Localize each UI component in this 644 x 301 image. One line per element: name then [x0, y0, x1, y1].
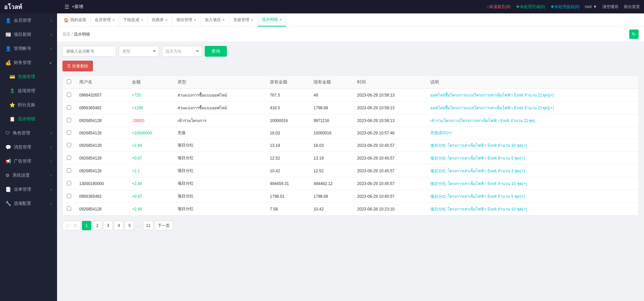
table-row: 0926854128 +10000000 充值 16.03 10000016 2… — [63, 127, 638, 139]
user-info[interactable]: root ▼ — [585, 4, 597, 9]
unread-msg[interactable]: □未读留言(0) — [487, 4, 510, 10]
sidebar-item-project-news[interactable]: 📰 项目新闻 ‹ — [0, 27, 57, 42]
breadcrumb-home[interactable]: 首页 — [62, 32, 70, 37]
breadcrumb: 首页 / 流水明细 — [62, 32, 90, 37]
row-checkbox-0[interactable] — [67, 93, 71, 97]
cell-desc-8: 项目分红-โครงการเสาเข็มไฟฟ้า Evolt จำนวน 5 ช… — [426, 190, 638, 203]
tab-coupon-close[interactable]: ✕ — [165, 18, 168, 22]
row-checkbox-8[interactable] — [67, 194, 71, 198]
tab-recharge-mgmt[interactable]: 充值管理 ✕ — [229, 13, 258, 26]
direction-select[interactable]: 流水方向 — [162, 46, 202, 57]
cell-time-1: 2023-06-29 10:58:13 — [353, 102, 426, 114]
topbar-right: □未读留言(0) ◈未处理完成(0) ◈未处理提款(0) root ▼ 清空缓存… — [487, 4, 640, 10]
cell-username-3: 0926854128 — [75, 127, 128, 139]
cell-type-1: ส่วนแบ่งการซื้อแบบออฟไลน์ — [174, 102, 266, 114]
page-btn-11[interactable]: 11 — [143, 221, 153, 230]
cell-time-8: 2023-06-29 10:45:57 — [353, 190, 426, 203]
cell-current-0: 48 — [309, 89, 353, 102]
sidebar-item-points[interactable]: ⭐ 积分兑换 — [0, 98, 57, 112]
row-checkbox-3[interactable] — [67, 130, 71, 135]
batch-delete-button[interactable]: ☰ 批量删除 — [62, 61, 93, 71]
cell-original-0: 767.5 — [266, 89, 309, 102]
sidebar-item-role-mgmt[interactable]: 🛡 角色管理 ‹ — [0, 126, 57, 140]
row-checkbox-7[interactable] — [67, 181, 71, 185]
sidebar-item-order-mgmt[interactable]: 📑 业单管理 ‹ — [0, 182, 57, 196]
sidebar-item-member-mgmt[interactable]: 👤 会员管理 ‹ — [0, 13, 57, 27]
type-select[interactable]: 类型 — [119, 46, 159, 57]
frontend-btn[interactable]: 前台首页 — [624, 4, 640, 10]
sidebar-arrow-member: ‹ — [51, 19, 52, 22]
sidebar-label-msg: 消息管理 — [14, 144, 31, 150]
page-btn-1[interactable]: 1 — [82, 221, 91, 230]
add-button[interactable]: +新增 — [72, 4, 83, 10]
page-btn-2[interactable]: 2 — [93, 221, 102, 230]
col-desc: 说明 — [426, 76, 638, 89]
row-checkbox-9[interactable] — [67, 206, 71, 211]
tab-member-close[interactable]: ✕ — [112, 18, 115, 22]
page-prev-btn[interactable]: 上一页 — [62, 221, 81, 230]
cell-current-8: 1798.68 — [309, 190, 353, 203]
cell-desc-4: 项目分红-โครงการเสาเข็มไฟฟ้า Evolt จำนวน 10 … — [426, 139, 638, 152]
cell-desc-3: 充值成功(+) — [426, 127, 638, 139]
row-checkbox-1[interactable] — [67, 105, 71, 110]
page-btn-5[interactable]: 5 — [125, 221, 134, 230]
page-content: 类型 流水方向 查询 ☰ 批量删除 — [57, 42, 644, 301]
tab-join-close[interactable]: ✕ — [222, 18, 225, 22]
member-account-input[interactable] — [62, 46, 116, 57]
cell-amount-0: +720 — [128, 89, 174, 102]
sidebar-arrow-role: ‹ — [51, 131, 52, 135]
sidebar-item-ad-mgmt[interactable]: 📢 广告管理 ‹ — [0, 154, 57, 168]
menu-icon[interactable]: ☰ — [64, 4, 69, 10]
cell-original-4: 13.19 — [266, 139, 309, 152]
sidebar-item-msg-mgmt[interactable]: 💬 消息管理 ‹ — [0, 140, 57, 154]
row-checkbox-2[interactable] — [67, 118, 71, 122]
user-dropdown-icon[interactable]: ▼ — [593, 4, 597, 9]
search-button[interactable]: 查询 — [205, 46, 227, 57]
tab-transaction-close[interactable]: ✕ — [279, 18, 282, 21]
tab-downline[interactable]: 下线提成 ✕ — [119, 13, 148, 26]
row-checkbox-4[interactable] — [67, 143, 71, 147]
table-row: 13000180000 +2.84 项目分红 494459.31 494462.… — [63, 177, 638, 190]
data-table: 用户名 金额 类型 原有金额 现有金额 时间 说明 0968432657 +72… — [62, 75, 639, 216]
cell-type-9: 项目分红 — [174, 203, 266, 216]
page-btn-3[interactable]: 3 — [103, 221, 113, 230]
tab-member[interactable]: 会员管理 ✕ — [91, 13, 119, 26]
sidebar-item-transaction[interactable]: 📋 流水明细 — [0, 112, 57, 126]
sidebar-item-sys-settings[interactable]: ⚙ 系统设置 ‹ — [0, 168, 57, 182]
page-next-btn[interactable]: 下一页 — [155, 221, 173, 230]
app-logo: อโวลท์ — [4, 2, 58, 12]
sidebar-item-recharge-mgmt[interactable]: 💳 充值管理 — [0, 70, 57, 84]
sidebar-label-role: 角色管理 — [13, 130, 30, 136]
cell-type-2: เข้าร่วมโครงการ — [174, 114, 266, 127]
pending-withdraw[interactable]: ◈未处理提款(0) — [550, 4, 580, 10]
tab-join-project[interactable]: 加入项目 ✕ — [201, 13, 229, 26]
tab-transaction[interactable]: 流水明细 ✕ — [258, 13, 286, 26]
tab-project[interactable]: 项目管理 ✕ — [172, 13, 201, 26]
sidebar-item-finance-mgmt[interactable]: 💰 财务管理 ∨ — [0, 56, 57, 70]
cell-username-7: 13000180000 — [75, 177, 128, 190]
sidebar-arrow-ad: ‹ — [51, 160, 52, 163]
row-checkbox-5[interactable] — [67, 156, 71, 160]
tab-project-close[interactable]: ✕ — [194, 18, 196, 22]
cell-username-9: 0926854128 — [75, 203, 128, 216]
sidebar-item-withdraw-mgmt[interactable]: 💲 提现管理 — [0, 84, 57, 98]
refresh-button[interactable]: ↻ — [629, 29, 639, 39]
select-all-checkbox[interactable] — [67, 79, 71, 84]
tab-recharge-close[interactable]: ✕ — [251, 18, 253, 22]
tab-home[interactable]: 🏠 我的桌面 — [60, 13, 91, 26]
cell-current-9: 10.42 — [309, 203, 353, 216]
sidebar-arrow-finance: ∨ — [49, 61, 52, 65]
sidebar-item-manage-account[interactable]: 👤 管理帐号 ‹ — [0, 42, 57, 56]
pending-refund[interactable]: ◈未处理完成(0) — [516, 4, 545, 10]
sidebar-item-opt-config[interactable]: 🔧 选项配置 ‹ — [0, 196, 57, 210]
clear-cache-btn[interactable]: 清空缓存 — [602, 4, 618, 10]
tab-downline-close[interactable]: ✕ — [141, 18, 143, 22]
page-btn-4[interactable]: 4 — [114, 221, 123, 230]
col-time: 时间 — [353, 76, 426, 89]
cell-time-6: 2023-06-29 10:45:57 — [353, 165, 426, 177]
tab-coupon[interactable]: 优惠券 ✕ — [148, 13, 172, 26]
role-icon: 🛡 — [5, 130, 10, 136]
cell-type-4: 项目分红 — [174, 139, 266, 152]
row-checkbox-6[interactable] — [67, 168, 71, 173]
cell-time-4: 2023-06-29 10:45:57 — [353, 139, 426, 152]
